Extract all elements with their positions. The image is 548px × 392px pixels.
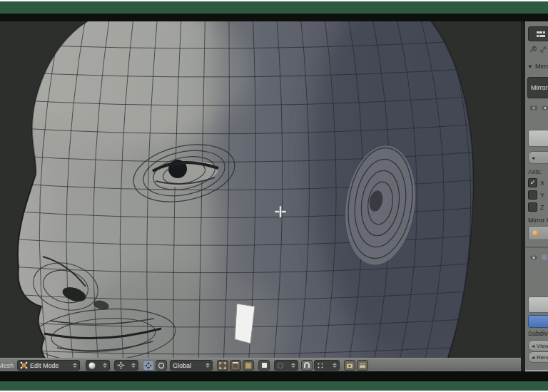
link-tab-icon[interactable] (539, 46, 547, 53)
snap-toggle-button[interactable] (301, 360, 313, 371)
proportional-edit-select[interactable] (274, 360, 298, 371)
chevron-updown-icon (206, 363, 210, 368)
properties-editor-icon (536, 31, 546, 38)
manipulator-translate-button[interactable] (143, 360, 154, 371)
face-select-icon (245, 362, 252, 369)
translate-arrows-icon (145, 362, 152, 369)
axis-x-row: ✓ X (528, 178, 544, 187)
editor-type-button[interactable] (528, 26, 548, 41)
panel-expand-triangle-icon: ▼ (527, 63, 533, 70)
slider-left-arrow-icon[interactable]: ◂ (532, 354, 534, 361)
edge-select-icon (232, 362, 239, 369)
modifier-panel-header[interactable]: ▼ Mirror (527, 63, 548, 70)
orientation-label: Global (173, 362, 191, 369)
wrench-tab-icon[interactable] (529, 46, 537, 53)
snap-element-select[interactable] (314, 360, 340, 371)
axis-z-row: Z (528, 202, 544, 212)
render-opengl-button[interactable] (344, 360, 355, 371)
axis-x-checkbox[interactable]: ✓ (528, 178, 537, 187)
mode-select[interactable]: Edit Mode (17, 360, 80, 371)
modifier-visibility-toggles (529, 104, 548, 111)
chevron-updown-icon (333, 363, 337, 368)
face-select-mode-button[interactable] (243, 360, 254, 371)
chevron-updown-icon (103, 363, 107, 368)
chevron-updown-icon (291, 363, 295, 368)
mesh-menu[interactable]: Mesh (0, 360, 14, 371)
axis-z-checkbox[interactable] (528, 202, 537, 212)
limit-selection-visible-button[interactable] (258, 360, 270, 371)
modifier-name-value: Mirror (531, 84, 548, 91)
mode-select-label: Edit Mode (30, 362, 59, 369)
clapper-render-icon (359, 362, 366, 369)
axis-y-label: Y (540, 192, 544, 199)
manipulator-rotate-button[interactable] (156, 360, 167, 371)
snap-increment-icon (317, 362, 324, 369)
snap-magnet-icon (303, 362, 310, 369)
mirror-object-field[interactable] (528, 226, 548, 240)
merge-limit-slider[interactable]: ◂ (528, 151, 548, 164)
chevron-updown-icon (131, 363, 136, 368)
mirror-object-label: Mirror Ob (528, 217, 548, 224)
subdivisions-label: Subdivisions: (528, 330, 548, 337)
eye-visibility-icon[interactable] (529, 254, 538, 261)
axis-y-checkbox[interactable] (528, 190, 537, 200)
transform-orientation-select[interactable]: Global (170, 360, 213, 371)
letterbox-bottom (0, 371, 548, 381)
subdivisions-view-slider[interactable]: ◂ View (528, 340, 548, 351)
edit-mode-icon (20, 361, 28, 369)
vertex-select-mode-button[interactable] (217, 360, 228, 371)
panel-separator (525, 247, 548, 248)
apply-button-2[interactable]: Apply (528, 296, 548, 313)
shading-sphere-icon (88, 362, 96, 369)
pivot-icon (117, 361, 125, 369)
render-visibility-icon[interactable] (529, 104, 538, 111)
slider-left-arrow-icon[interactable]: ◂ (532, 155, 534, 161)
modifier-name-field[interactable]: Mirror (527, 77, 548, 98)
proportional-edit-icon (277, 362, 284, 369)
axis-x-label: X (540, 180, 544, 187)
apply-button[interactable]: Apply (528, 130, 548, 147)
modifier-name-header: Mirror (535, 63, 548, 70)
modifier2-visibility-toggles (529, 254, 548, 261)
head-mesh-render (0, 21, 522, 358)
axis-z-label: Z (540, 204, 544, 211)
vertex-select-icon (219, 362, 226, 369)
render-slider-label: Render (537, 354, 548, 361)
viewport-shading-select[interactable] (86, 360, 110, 371)
properties-panel: ▼ Mirror Mirror Apply (525, 21, 548, 371)
axis-label: Axis: (528, 168, 542, 175)
axis-y-row: Y (528, 190, 544, 200)
render-opengl-anim-button[interactable] (357, 360, 368, 371)
frame-bar-top (0, 1, 548, 14)
viewport-header-toolbar: Mesh Edit Mode (0, 358, 522, 372)
slider-left-arrow-icon[interactable]: ◂ (532, 343, 534, 349)
occlude-geometry-icon (261, 362, 268, 368)
view-slider-label: View (537, 343, 548, 349)
frame-bar-bottom (0, 381, 548, 391)
edge-select-mode-button[interactable] (230, 360, 241, 371)
rotate-circle-icon (158, 362, 165, 369)
eye-visibility-icon[interactable] (541, 105, 548, 111)
pivot-point-select[interactable] (114, 360, 138, 371)
camera-render-icon (346, 362, 353, 369)
chevron-updown-icon (73, 363, 77, 368)
properties-tab-row (529, 46, 547, 53)
catmull-clark-button[interactable]: Catmull-Clark (528, 315, 548, 328)
subdivisions-render-slider[interactable]: ◂ Render (528, 351, 548, 363)
editmode-visibility-icon[interactable] (541, 254, 548, 261)
3d-viewport[interactable] (0, 21, 522, 358)
object-data-icon (532, 229, 539, 237)
screenshot-frame: Mesh Edit Mode (0, 0, 548, 392)
letterbox-top (0, 14, 548, 21)
